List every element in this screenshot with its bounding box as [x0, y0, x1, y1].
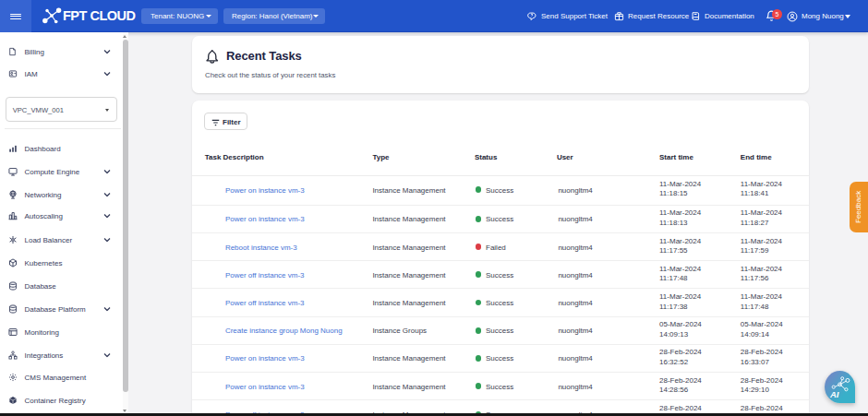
- svg-text:AI: AI: [829, 389, 839, 399]
